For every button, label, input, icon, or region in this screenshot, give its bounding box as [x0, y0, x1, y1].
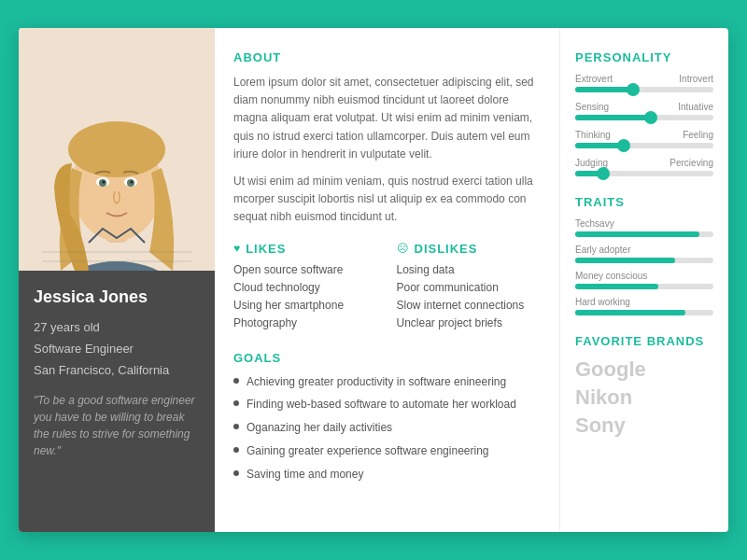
trait-bar	[575, 310, 713, 315]
sad-icon: ☹	[397, 242, 409, 255]
goal-dot	[233, 470, 239, 476]
profile-location: San Francisco, California	[34, 363, 200, 377]
trait-label: Money conscious	[575, 271, 713, 281]
profile-age: 27 years old	[34, 320, 200, 334]
dislikes-title: DISLIKES	[415, 242, 478, 256]
personality-labels: Sensing Intuative	[575, 102, 713, 112]
trait-bar	[575, 284, 713, 289]
profile-job: Software Engineer	[34, 342, 200, 356]
dislike-item: Unclear project briefs	[397, 316, 542, 329]
goals-title: GOALS	[233, 351, 541, 365]
goal-item: Finding web-based software to automate h…	[233, 397, 541, 413]
brand-name: Sony	[575, 413, 713, 438]
likes-title: LIKES	[246, 242, 286, 256]
label-right: Percieving	[669, 158, 713, 168]
svg-point-11	[131, 181, 134, 184]
slider-track	[575, 143, 713, 148]
slider-thumb	[627, 83, 640, 96]
personality-row: Extrovert Introvert	[575, 74, 713, 92]
brand-name: Nikon	[575, 385, 713, 410]
trait-label: Early adopter	[575, 245, 713, 255]
personality-row: Sensing Intuative	[575, 102, 713, 120]
like-item: Photography	[233, 316, 378, 329]
heart-icon: ♥	[233, 242, 240, 255]
trait-row: Early adopter	[575, 245, 713, 263]
trait-fill	[575, 284, 658, 289]
slider-track	[575, 171, 713, 176]
about-title: ABOUT	[233, 50, 541, 64]
goal-text: Gaining greater experience software engi…	[247, 443, 489, 459]
about-p2: Ut wisi enim ad minim veniam, quis nostr…	[233, 173, 541, 227]
goal-text: Achieving greater productivity in softwa…	[247, 374, 506, 390]
trait-label: Techsavy	[575, 218, 713, 229]
slider-fill	[575, 87, 633, 92]
slider-thumb	[644, 111, 657, 124]
dislike-item: Poor communication	[397, 281, 542, 294]
svg-point-5	[68, 121, 165, 177]
slider-thumb	[597, 167, 610, 180]
label-right: Introvert	[679, 74, 713, 84]
goal-item: Saving time and money	[233, 467, 541, 483]
traits-title: TRAITS	[575, 195, 713, 209]
brands-title: FAVORITE BRANDS	[575, 334, 713, 348]
slider-track	[575, 87, 713, 92]
goals-section: GOALS Achieving greater productivity in …	[233, 351, 541, 483]
dislike-item: Losing data	[397, 263, 542, 276]
goal-text: Finding web-based software to automate h…	[247, 397, 516, 413]
goal-item: Oganazing her daily activities	[233, 420, 541, 436]
label-right: Feeling	[683, 130, 713, 140]
brands-section: FAVORITE BRANDS Google Nikon Sony	[575, 334, 713, 438]
label-right: Intuative	[678, 102, 713, 112]
slider-thumb	[617, 139, 630, 152]
like-item: Cloud technology	[233, 281, 378, 294]
trait-fill	[575, 310, 685, 315]
trait-fill	[575, 258, 675, 263]
right-panel: PERSONALITY Extrovert Introvert Sensing …	[560, 28, 728, 532]
personality-labels: Extrovert Introvert	[575, 74, 713, 84]
personality-labels: Thinking Feeling	[575, 130, 713, 140]
goal-text: Oganazing her daily activities	[247, 420, 392, 436]
trait-fill	[575, 231, 699, 237]
svg-point-10	[103, 181, 106, 184]
trait-row: Techsavy	[575, 218, 713, 237]
goal-dot	[233, 400, 239, 406]
about-p1: Lorem ipsum dolor sit amet, consectetuer…	[233, 74, 541, 163]
personality-labels: Judging Percieving	[575, 158, 713, 168]
label-left: Extrovert	[575, 74, 613, 84]
personality-title: PERSONALITY	[575, 50, 713, 64]
profile-quote: "To be a good software engineer you have…	[34, 392, 200, 459]
info-panel: Jessica Jones 27 years old Software Engi…	[19, 271, 215, 532]
trait-label: Hard working	[575, 297, 713, 307]
likes-header: ♥ LIKES	[233, 242, 378, 256]
avatar	[19, 28, 215, 271]
goal-text: Saving time and money	[247, 467, 363, 483]
goal-dot	[233, 447, 239, 453]
goal-dot	[233, 424, 239, 429]
label-left: Sensing	[575, 102, 609, 112]
like-item: Using her smartphone	[233, 299, 378, 312]
goal-item: Gaining greater experience software engi…	[233, 443, 541, 459]
dislike-item: Slow internet connections	[397, 299, 542, 312]
trait-row: Money conscious	[575, 271, 713, 289]
profile-card: Jessica Jones 27 years old Software Engi…	[19, 28, 728, 532]
traits-section: TRAITS Techsavy Early adopter Money cons…	[575, 195, 713, 315]
brand-name: Google	[575, 357, 713, 382]
slider-fill	[575, 115, 651, 120]
left-panel: Jessica Jones 27 years old Software Engi…	[19, 28, 215, 532]
personality-row: Judging Percieving	[575, 158, 713, 176]
like-item: Open source software	[233, 263, 378, 276]
likes-column: ♥ LIKES Open source software Cloud techn…	[233, 242, 378, 334]
label-left: Thinking	[575, 130, 611, 140]
likes-dislikes-section: ♥ LIKES Open source software Cloud techn…	[233, 242, 541, 334]
personality-section: PERSONALITY Extrovert Introvert Sensing …	[575, 50, 713, 176]
dislikes-column: ☹ DISLIKES Losing data Poor communicatio…	[397, 242, 542, 334]
middle-panel: ABOUT Lorem ipsum dolor sit amet, consec…	[215, 28, 560, 532]
trait-row: Hard working	[575, 297, 713, 315]
slider-track	[575, 115, 713, 120]
dislikes-header: ☹ DISLIKES	[397, 242, 542, 256]
goal-item: Achieving greater productivity in softwa…	[233, 374, 541, 390]
personality-row: Thinking Feeling	[575, 130, 713, 148]
goal-dot	[233, 378, 239, 384]
trait-bar	[575, 231, 713, 237]
profile-name: Jessica Jones	[34, 287, 200, 307]
